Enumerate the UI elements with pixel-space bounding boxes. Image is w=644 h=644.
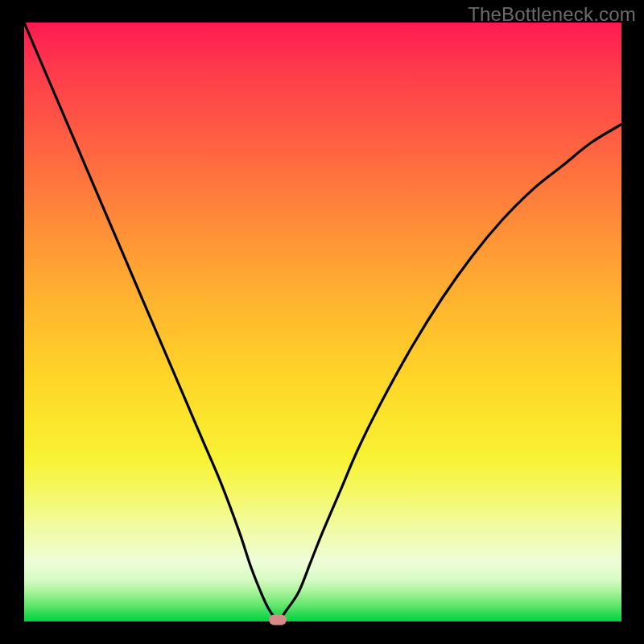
bottleneck-curve — [24, 23, 621, 618]
min-marker — [269, 614, 287, 625]
curve-svg — [24, 23, 621, 621]
plot-area — [24, 23, 621, 621]
chart-frame: TheBottleneck.com — [0, 0, 644, 644]
